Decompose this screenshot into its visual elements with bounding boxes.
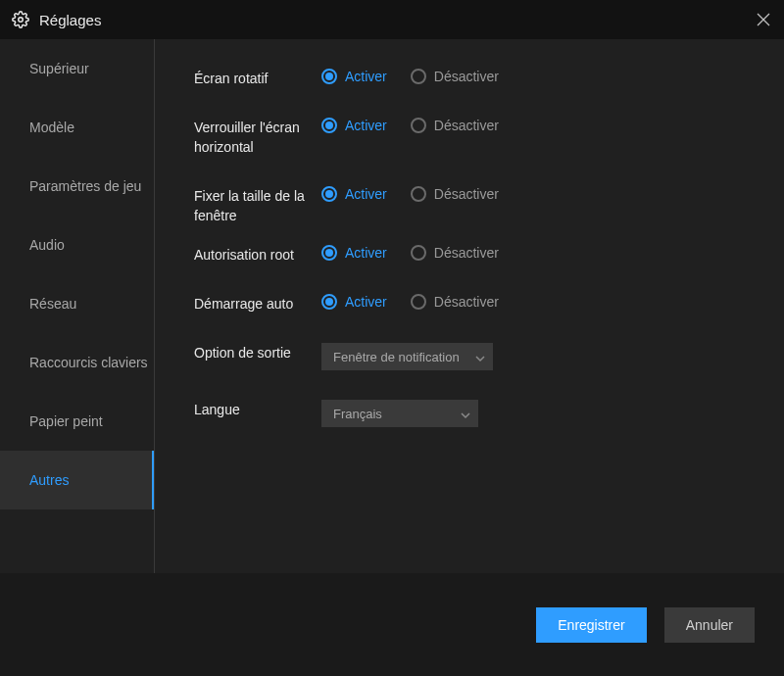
radio-fixsize-on[interactable]: Activer — [321, 186, 387, 202]
radio-lock-on[interactable]: Activer — [321, 118, 387, 133]
select-value: Fenêtre de notification — [333, 350, 460, 364]
radio-label: Désactiver — [434, 69, 499, 84]
sidebar-item-superior[interactable]: Supérieur — [0, 39, 154, 98]
radio-label: Activer — [345, 186, 387, 202]
radio-label: Désactiver — [434, 186, 499, 202]
sidebar-item-shortcuts[interactable]: Raccourcis claviers — [0, 333, 154, 392]
setting-label-lock: Verrouiller l'écran horizontal — [194, 118, 321, 157]
radio-autostart-off[interactable]: Désactiver — [411, 294, 499, 310]
sidebar-item-model[interactable]: Modèle — [0, 98, 154, 157]
radio-label: Activer — [345, 294, 387, 310]
radio-label: Activer — [345, 69, 387, 84]
sidebar-item-label: Papier peint — [29, 413, 103, 429]
setting-label-fixsize: Fixer la taille de la fenêtre — [194, 186, 321, 225]
radio-icon — [411, 69, 426, 84]
radio-group-rotating: Activer Désactiver — [321, 69, 499, 84]
sidebar-item-label: Supérieur — [29, 61, 89, 76]
sidebar-item-game[interactable]: Paramètres de jeu — [0, 157, 154, 216]
radio-icon — [321, 186, 337, 202]
radio-label: Désactiver — [434, 118, 499, 133]
radio-group-autostart: Activer Désactiver — [321, 294, 499, 310]
radio-label: Désactiver — [434, 245, 499, 261]
select-value: Français — [333, 407, 382, 421]
cancel-button[interactable]: Annuler — [664, 607, 755, 643]
radio-group-root: Activer Désactiver — [321, 245, 499, 261]
chevron-down-icon — [475, 352, 485, 362]
radio-autostart-on[interactable]: Activer — [321, 294, 387, 310]
radio-icon — [411, 294, 426, 310]
sidebar: Supérieur Modèle Paramètres de jeu Audio… — [0, 39, 155, 573]
window-title: Réglages — [39, 12, 757, 28]
setting-label-root: Autorisation root — [194, 245, 321, 265]
radio-rotating-off[interactable]: Désactiver — [411, 69, 499, 84]
radio-icon — [411, 245, 426, 261]
setting-label-language: Langue — [194, 400, 321, 419]
radio-icon — [321, 245, 337, 261]
sidebar-item-label: Raccourcis claviers — [29, 355, 148, 370]
radio-label: Activer — [345, 118, 387, 133]
radio-icon — [321, 294, 337, 310]
radio-root-off[interactable]: Désactiver — [411, 245, 499, 261]
sidebar-item-label: Paramètres de jeu — [29, 178, 141, 194]
gear-icon — [12, 11, 29, 28]
save-button[interactable]: Enregistrer — [536, 607, 646, 643]
sidebar-item-others[interactable]: Autres — [0, 451, 154, 509]
radio-group-fixsize: Activer Désactiver — [321, 186, 499, 202]
radio-rotating-on[interactable]: Activer — [321, 69, 387, 84]
radio-lock-off[interactable]: Désactiver — [411, 118, 499, 133]
sidebar-item-audio[interactable]: Audio — [0, 216, 154, 274]
sidebar-item-network[interactable]: Réseau — [0, 274, 154, 333]
select-language[interactable]: Français — [321, 400, 478, 427]
sidebar-item-label: Modèle — [29, 120, 74, 135]
setting-label-rotating: Écran rotatif — [194, 69, 321, 88]
setting-label-autostart: Démarrage auto — [194, 294, 321, 314]
radio-fixsize-off[interactable]: Désactiver — [411, 186, 499, 202]
radio-root-on[interactable]: Activer — [321, 245, 387, 261]
radio-label: Désactiver — [434, 294, 499, 310]
radio-icon — [321, 118, 337, 133]
settings-content: Écran rotatif Activer Désactiver Verroui… — [155, 39, 784, 573]
svg-point-0 — [19, 18, 24, 23]
setting-label-exit: Option de sortie — [194, 343, 321, 362]
radio-icon — [411, 186, 426, 202]
select-exit-option[interactable]: Fenêtre de notification — [321, 343, 493, 370]
sidebar-item-label: Réseau — [29, 296, 76, 312]
radio-group-lock: Activer Désactiver — [321, 118, 499, 133]
radio-icon — [411, 118, 426, 133]
close-icon[interactable] — [757, 13, 770, 26]
radio-icon — [321, 69, 337, 84]
window-header: Réglages — [0, 0, 784, 39]
footer: Enregistrer Annuler — [0, 573, 784, 676]
sidebar-item-label: Autres — [29, 472, 69, 488]
sidebar-item-wallpaper[interactable]: Papier peint — [0, 392, 154, 451]
chevron-down-icon — [461, 409, 470, 418]
sidebar-item-label: Audio — [29, 237, 65, 253]
radio-label: Activer — [345, 245, 387, 261]
